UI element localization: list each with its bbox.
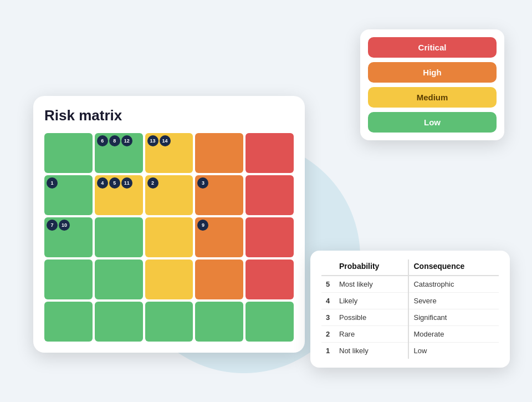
matrix-cell [245,133,294,173]
matrix-cell: 13 14 [145,133,193,173]
matrix-cell [145,259,193,299]
matrix-title: Risk matrix [44,107,294,124]
matrix-cell [145,217,193,257]
table-header-num [321,259,335,276]
matrix-grid: 6 8 12 13 14 1 4 5 11 2 3 [44,133,294,342]
table-row: 5 Most likely Catastrophic [321,276,499,293]
matrix-cell [245,217,294,257]
risk-badge: 4 [97,177,108,189]
table-header-consequence: Consequence [408,259,499,276]
table-row: 4 Likely Severe [321,292,499,309]
matrix-cell [145,302,193,342]
risk-badge: 8 [109,135,120,146]
matrix-cell [195,302,243,342]
legend-critical: Critical [368,37,497,58]
table-cell-consequence: Severe [408,292,499,309]
matrix-cell [95,259,143,299]
table-cell-consequence: Low [408,342,499,359]
matrix-cell [95,302,143,342]
matrix-cell [95,217,143,257]
table-row: 3 Possible Significant [321,309,499,325]
legend-high: High [368,62,497,83]
table-cell-consequence: Significant [408,309,499,325]
table-cell-consequence: Catastrophic [408,276,499,293]
matrix-cell [195,259,243,299]
risk-badge: 11 [121,177,132,189]
risk-badge: 13 [147,135,158,146]
scene: Risk matrix 6 8 12 13 14 1 4 5 11 [17,13,515,390]
risk-badge: 9 [197,220,208,231]
risk-badge: 7 [47,220,58,231]
table-cell-num: 2 [321,325,335,342]
table-cell-num: 5 [321,276,335,293]
table-cell-probability: Most likely [335,276,408,293]
matrix-cell: 7 10 [44,217,93,257]
matrix-cell: 1 [44,175,93,215]
table-cell-consequence: Moderate [408,325,499,342]
legend-low: Low [368,112,497,133]
table-cell-num: 4 [321,292,335,309]
matrix-cell [44,259,93,299]
table-header-probability: Probability [335,259,408,276]
table-cell-probability: Not likely [335,342,408,359]
risk-badge: 6 [97,135,108,146]
risk-badge: 14 [160,135,171,146]
matrix-cell: 3 [195,175,243,215]
matrix-cell [245,302,294,342]
risk-badge: 12 [121,135,132,146]
risk-matrix-card: Risk matrix 6 8 12 13 14 1 4 5 11 [33,96,305,353]
risk-table: Probability Consequence 5 Most likely Ca… [321,259,499,359]
table-row: 2 Rare Moderate [321,325,499,342]
risk-badge: 5 [109,177,120,189]
table-cell-num: 3 [321,309,335,325]
table-cell-num: 1 [321,342,335,359]
matrix-cell: 4 5 11 [95,175,143,215]
legend-card: Critical High Medium Low [360,29,504,140]
matrix-cell [195,133,243,173]
risk-badge: 3 [197,177,208,189]
table-cell-probability: Possible [335,309,408,325]
matrix-cell: 2 [145,175,193,215]
matrix-cell [245,259,294,299]
table-cell-probability: Rare [335,325,408,342]
table-row: 1 Not likely Low [321,342,499,359]
legend-medium: Medium [368,87,497,108]
risk-badge: 1 [47,177,58,189]
risk-badge: 10 [59,220,70,231]
matrix-cell: 9 [195,217,243,257]
matrix-cell: 6 8 12 [95,133,143,173]
table-card: Probability Consequence 5 Most likely Ca… [310,251,510,368]
matrix-cell [44,302,93,342]
table-cell-probability: Likely [335,292,408,309]
risk-badge: 2 [147,177,158,189]
matrix-cell [44,133,93,173]
matrix-cell [245,175,294,215]
